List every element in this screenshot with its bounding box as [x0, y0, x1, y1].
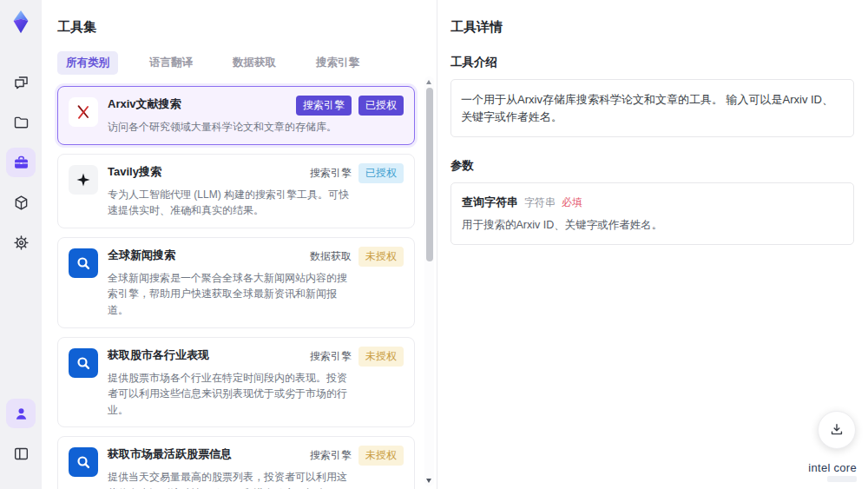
- tool-card[interactable]: 获取市场最活跃股票信息 搜索引擎 未授权 提供当天交易量最高的股票列表，投资者可…: [57, 436, 415, 489]
- detail-title: 工具详情: [450, 19, 854, 36]
- sidebar-item-panel[interactable]: [6, 439, 36, 468]
- tool-name: Tavily搜索: [108, 163, 161, 180]
- sidebar-bottom: [6, 399, 36, 479]
- params-heading: 参数: [450, 158, 854, 174]
- sidebar-item-user[interactable]: [6, 399, 36, 428]
- tool-name: 获取市场最活跃股票信息: [108, 446, 232, 462]
- tool-description: 专为人工智能代理 (LLM) 构建的搜索引擎工具。可快速提供实时、准确和真实的结…: [108, 187, 349, 219]
- param-type: 字符串: [524, 195, 556, 210]
- tool-card[interactable]: 全球新闻搜索 数据获取 未授权 全球新闻搜索是一个聚合全球各大新闻网站内容的搜索…: [57, 237, 415, 328]
- tool-description: 访问各个研究领域大量科学论文和文章的存储库。: [108, 119, 349, 135]
- user-icon: [12, 405, 30, 423]
- settings-icon: [12, 234, 30, 252]
- panel-icon: [12, 445, 30, 463]
- param-box: 查询字符串 字符串 必填 用于搜索的Arxiv ID、关键字或作者姓名。: [450, 182, 854, 245]
- main-area: 工具集 所有类别语言翻译数据获取搜索引擎 Arxiv文献搜索 搜索引擎 已授权 …: [42, 0, 868, 489]
- brand-text: intel core: [808, 461, 857, 474]
- intel-core-logo: intel core: [808, 461, 857, 482]
- tool-description: 全球新闻搜索是一个聚合全球各大新闻网站内容的搜索引擎，帮助用户快速获取全球最新资…: [108, 270, 349, 319]
- app-sidebar: [0, 0, 42, 489]
- tool-auth-badge: 未授权: [358, 347, 404, 367]
- tool-name: 全球新闻搜索: [108, 247, 175, 263]
- tool-auth-badge: 已授权: [358, 96, 404, 116]
- param-name: 查询字符串: [462, 195, 518, 210]
- param-description: 用于搜索的Arxiv ID、关键字或作者姓名。: [462, 218, 843, 233]
- sidebar-item-cube[interactable]: [6, 188, 36, 217]
- param-required-badge: 必填: [562, 195, 582, 210]
- toolset-title: 工具集: [57, 19, 437, 36]
- news-search-icon: [69, 248, 98, 278]
- category-tab-0[interactable]: 所有类别: [57, 51, 118, 75]
- scroll-down-arrow[interactable]: [426, 479, 431, 483]
- toolset-pane: 工具集 所有类别语言翻译数据获取搜索引擎 Arxiv文献搜索 搜索引擎 已授权 …: [42, 0, 437, 489]
- download-icon: [828, 421, 845, 439]
- list-scrollbar[interactable]: [424, 76, 434, 486]
- folder-icon: [12, 114, 30, 132]
- download-button[interactable]: [818, 411, 856, 449]
- category-tab-3[interactable]: 搜索引擎: [307, 51, 368, 75]
- tool-description: 提供当天交易量最高的股票列表，投资者可以利用这些信息来识别流动性强的股票和潜在的…: [108, 469, 349, 489]
- tool-description: 提供股票市场各个行业在特定时间段内的表现。投资者可以利用这些信息来识别表现优于或…: [108, 370, 349, 419]
- news-search-icon: [69, 447, 98, 477]
- tool-category-tag: 数据获取: [310, 247, 352, 267]
- sidebar-item-folder[interactable]: [6, 108, 36, 137]
- tool-card[interactable]: Tavily搜索 搜索引擎 已授权 专为人工智能代理 (LLM) 构建的搜索引擎…: [57, 154, 415, 228]
- category-tab-2[interactable]: 数据获取: [224, 51, 285, 75]
- intro-heading: 工具介绍: [450, 55, 854, 70]
- tool-category-tag: 搜索引擎: [296, 96, 352, 116]
- sidebar-item-toolbox[interactable]: [6, 148, 36, 177]
- tool-name: 获取股市各行业表现: [108, 347, 209, 363]
- news-search-icon: [69, 348, 98, 378]
- sidebar-item-chat[interactable]: [6, 68, 36, 97]
- tool-category-tag: 搜索引擎: [310, 347, 352, 367]
- tool-auth-badge: 未授权: [358, 446, 404, 466]
- intro-box: 一个用于从Arxiv存储库搜索科学论文和文章的工具。 输入可以是Arxiv ID…: [450, 79, 854, 137]
- cube-icon: [12, 194, 30, 212]
- arxiv-icon: [69, 97, 98, 127]
- scroll-up-arrow[interactable]: [426, 80, 431, 84]
- tool-card[interactable]: Arxiv文献搜索 搜索引擎 已授权 访问各个研究领域大量科学论文和文章的存储库…: [57, 86, 415, 145]
- toolbox-icon: [12, 154, 30, 172]
- tool-name: Arxiv文献搜索: [108, 96, 181, 112]
- tool-detail-pane: 工具详情 工具介绍 一个用于从Arxiv存储库搜索科学论文和文章的工具。 输入可…: [437, 0, 868, 489]
- tool-category-tag: 搜索引擎: [310, 163, 352, 183]
- scrollbar-thumb[interactable]: [426, 88, 433, 261]
- tool-list: Arxiv文献搜索 搜索引擎 已授权 访问各个研究领域大量科学论文和文章的存储库…: [57, 86, 415, 489]
- tavily-icon: [69, 165, 98, 195]
- tool-auth-badge: 未授权: [358, 247, 404, 267]
- category-tabs: 所有类别语言翻译数据获取搜索引擎: [57, 51, 437, 75]
- param-list: 查询字符串 字符串 必填 用于搜索的Arxiv ID、关键字或作者姓名。: [450, 182, 854, 245]
- category-tab-1[interactable]: 语言翻译: [141, 51, 201, 75]
- tool-auth-badge: 已授权: [358, 163, 404, 183]
- sidebar-nav: [6, 68, 36, 268]
- chat-icon: [12, 74, 30, 92]
- tool-card[interactable]: 获取股市各行业表现 搜索引擎 未授权 提供股票市场各个行业在特定时间段内的表现。…: [57, 337, 415, 428]
- brand-sub-bar: [827, 476, 857, 482]
- tool-category-tag: 搜索引擎: [310, 446, 352, 466]
- app-logo[interactable]: [6, 7, 36, 36]
- sidebar-item-settings[interactable]: [6, 228, 36, 257]
